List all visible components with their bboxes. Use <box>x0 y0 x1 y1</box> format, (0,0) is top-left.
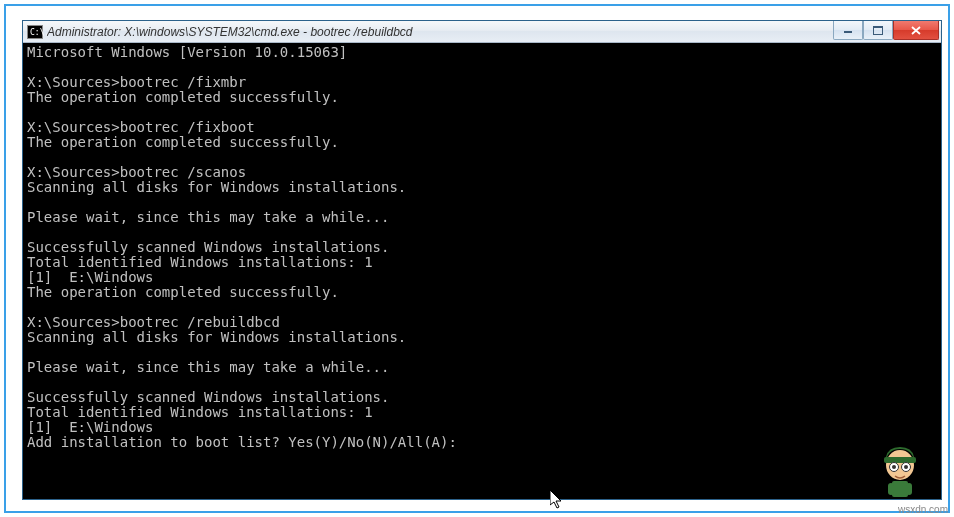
window-controls <box>833 21 939 41</box>
terminal-line <box>27 105 937 120</box>
close-button[interactable] <box>893 21 939 40</box>
terminal-line: Scanning all disks for Windows installat… <box>27 180 937 195</box>
terminal-line: Microsoft Windows [Version 10.0.15063] <box>27 45 937 60</box>
maximize-button[interactable] <box>863 21 893 40</box>
watermark-text: wsxdn.com <box>898 504 948 515</box>
terminal-line: Please wait, since this may take a while… <box>27 360 937 375</box>
terminal-line: Total identified Windows installations: … <box>27 405 937 420</box>
svg-rect-0 <box>844 31 852 33</box>
minimize-icon <box>843 26 853 34</box>
terminal-output[interactable]: Microsoft Windows [Version 10.0.15063]X:… <box>23 43 941 499</box>
terminal-line <box>27 60 937 75</box>
maximize-icon <box>873 26 883 35</box>
terminal-line: Successfully scanned Windows installatio… <box>27 390 937 405</box>
terminal-line <box>27 225 937 240</box>
terminal-line <box>27 345 937 360</box>
terminal-line: The operation completed successfully. <box>27 135 937 150</box>
cmd-window: C:\. Administrator: X:\windows\SYSTEM32\… <box>22 20 942 500</box>
terminal-line: Scanning all disks for Windows installat… <box>27 330 937 345</box>
close-icon <box>911 26 922 35</box>
titlebar[interactable]: C:\. Administrator: X:\windows\SYSTEM32\… <box>23 21 941 43</box>
terminal-line: Total identified Windows installations: … <box>27 255 937 270</box>
terminal-line: X:\Sources>bootrec /rebuildbcd <box>27 315 937 330</box>
svg-rect-2 <box>873 26 883 28</box>
terminal-line: [1] E:\Windows <box>27 420 937 435</box>
terminal-line: X:\Sources>bootrec /fixboot <box>27 120 937 135</box>
terminal-line <box>27 150 937 165</box>
terminal-line <box>27 195 937 210</box>
terminal-line: X:\Sources>bootrec /fixmbr <box>27 75 937 90</box>
terminal-line: Add installation to boot list? Yes(Y)/No… <box>27 435 937 450</box>
terminal-line: [1] E:\Windows <box>27 270 937 285</box>
cmd-icon: C:\. <box>27 25 43 39</box>
terminal-line: Please wait, since this may take a while… <box>27 210 937 225</box>
terminal-line: Successfully scanned Windows installatio… <box>27 240 937 255</box>
window-title: Administrator: X:\windows\SYSTEM32\cmd.e… <box>47 25 833 39</box>
terminal-line <box>27 300 937 315</box>
terminal-line: X:\Sources>bootrec /scanos <box>27 165 937 180</box>
terminal-line: The operation completed successfully. <box>27 285 937 300</box>
minimize-button[interactable] <box>833 21 863 40</box>
terminal-line: The operation completed successfully. <box>27 90 937 105</box>
terminal-line <box>27 375 937 390</box>
